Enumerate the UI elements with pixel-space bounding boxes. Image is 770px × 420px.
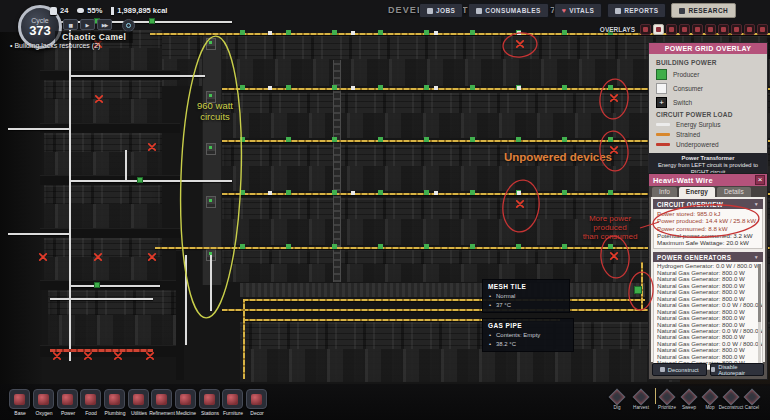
wire[interactable]: [69, 75, 205, 77]
mesh-tile-band[interactable]: [240, 283, 645, 297]
producer-indicators: [240, 137, 640, 142]
build-menu-medicine[interactable]: [175, 389, 196, 409]
mop-icon: [702, 389, 719, 406]
research-button[interactable]: RESEARCH: [671, 3, 736, 18]
build-menu-stations[interactable]: [199, 389, 220, 409]
overlay-power-icon[interactable]: [653, 24, 664, 35]
tool-mop[interactable]: [703, 390, 717, 404]
build-menu-furniture[interactable]: [222, 389, 243, 409]
decor-category-icon: [251, 394, 262, 405]
utilities-category-icon: [133, 394, 144, 405]
tool-cancel[interactable]: [745, 390, 759, 404]
overlay-priority-icon[interactable]: [757, 24, 768, 35]
overlay-germs-icon[interactable]: [731, 24, 742, 35]
overlay-rooms-icon[interactable]: [744, 24, 755, 35]
close-icon[interactable]: [755, 175, 765, 185]
tool-sweep[interactable]: [682, 390, 696, 404]
calorie-counter[interactable]: 1,989,895 kcal: [111, 6, 167, 15]
tool-dig[interactable]: [610, 390, 624, 404]
overlay-plumbing-icon[interactable]: [692, 24, 703, 35]
scrollbar-thumb[interactable]: [758, 264, 761, 322]
power-transformer[interactable]: [206, 143, 216, 155]
power-transformer-tooltip-title: Power Transformer: [652, 155, 764, 162]
heavi-watt-wire[interactable]: [222, 309, 660, 311]
power-transformer[interactable]: [206, 38, 216, 50]
vitals-button[interactable]: VITALS: [554, 3, 603, 18]
tool-prioritize[interactable]: [660, 390, 674, 404]
wire[interactable]: [69, 285, 160, 287]
build-menu-refinement[interactable]: [151, 389, 172, 409]
disable-autorepair-button[interactable]: Disable Autorepair: [710, 363, 765, 376]
wire[interactable]: [8, 233, 69, 235]
power-grid-overlay-title: POWER GRID OVERLAY: [649, 43, 767, 54]
disable-autorepair-label: Disable Autorepair: [718, 364, 763, 376]
producer-building[interactable]: [149, 18, 155, 24]
wire[interactable]: [69, 180, 232, 182]
underpowered-wire[interactable]: [50, 349, 153, 352]
stat-potential-power: Potential power consumed: 3.2 kW: [654, 232, 762, 239]
jobs-button[interactable]: JOBS: [419, 3, 463, 18]
tab-info[interactable]: Info: [652, 187, 677, 197]
wire-vertical[interactable]: [69, 21, 71, 361]
power-transformer[interactable]: [206, 196, 216, 208]
power-generators-list[interactable]: Hydrogen Generator: 0.0 W / 800.0 W Natu…: [653, 262, 763, 369]
tab-energy[interactable]: Energy: [679, 187, 715, 197]
prioritize-icon: [659, 389, 676, 406]
vitals-label: VITALS: [569, 7, 594, 14]
pause-button[interactable]: [63, 19, 78, 30]
power-generators-header[interactable]: POWER GENERATORS: [653, 252, 763, 262]
heavi-watt-wire[interactable]: [243, 299, 645, 301]
tool-deconstruct[interactable]: [724, 390, 738, 404]
stat-power-stored: Power stored: 985.0 kJ: [654, 210, 762, 217]
reports-button[interactable]: REPORTS: [607, 3, 666, 18]
producer-building[interactable]: [137, 177, 143, 183]
room-wall: [176, 250, 184, 380]
build-menu-base[interactable]: [9, 389, 30, 409]
overlays-label: OVERLAYS: [600, 26, 635, 33]
play-button[interactable]: [80, 19, 95, 30]
duplicant-counter[interactable]: 24: [50, 6, 68, 15]
overlay-temperature-icon[interactable]: [666, 24, 677, 35]
research-label: RESEARCH: [688, 7, 728, 14]
base-icon: [14, 394, 25, 405]
notification-building-lacks-resources[interactable]: • Building lacks resources (2): [10, 42, 100, 49]
dig-icon: [609, 389, 626, 406]
build-menu-oxygen[interactable]: [33, 389, 54, 409]
consumables-label: CONSUMABLES: [485, 7, 540, 14]
tool-harvest[interactable]: [634, 390, 648, 404]
deconstruct-button[interactable]: Deconstruct: [652, 363, 707, 376]
sweep-icon: [681, 389, 698, 406]
wire-vertical[interactable]: [125, 150, 127, 181]
wire[interactable]: [50, 298, 153, 300]
switch-swatch: [656, 97, 667, 108]
resource-bar: 24 55% 1,989,895 kcal: [50, 6, 167, 15]
build-menu-utilities[interactable]: [128, 389, 149, 409]
wire-vertical[interactable]: [185, 255, 187, 345]
consumables-button[interactable]: CONSUMABLES: [468, 3, 548, 18]
circuit-overview-header[interactable]: CIRCUIT OVERVIEW: [653, 199, 763, 209]
build-menu-power[interactable]: [57, 389, 78, 409]
jobs-icon: [427, 8, 433, 14]
research-icon: [679, 8, 685, 14]
strained-swatch: [656, 133, 670, 136]
tab-details[interactable]: Details: [717, 187, 751, 197]
fast-forward-button[interactable]: [97, 19, 112, 30]
producer-building[interactable]: [634, 286, 642, 294]
overlay-decor-icon[interactable]: [718, 24, 729, 35]
power-category-icon: [62, 394, 73, 405]
overlay-oxygen-icon[interactable]: [640, 24, 651, 35]
strained-label: Strained: [676, 131, 700, 138]
building-power-title: BUILDING POWER: [656, 59, 760, 66]
left-room-band: [44, 238, 162, 280]
oxygen-counter[interactable]: 55%: [77, 6, 102, 15]
wire[interactable]: [8, 128, 69, 130]
build-menu-decor[interactable]: [246, 389, 267, 409]
wire-vertical[interactable]: [210, 255, 212, 311]
producer-building[interactable]: [94, 282, 100, 288]
build-menu-food[interactable]: [80, 389, 101, 409]
build-menu-plumbing[interactable]: [104, 389, 125, 409]
overlay-ventilation-icon[interactable]: [705, 24, 716, 35]
heavi-watt-wire-vertical[interactable]: [243, 299, 245, 379]
stations-category-icon: [204, 394, 215, 405]
overlay-light-icon[interactable]: [679, 24, 690, 35]
